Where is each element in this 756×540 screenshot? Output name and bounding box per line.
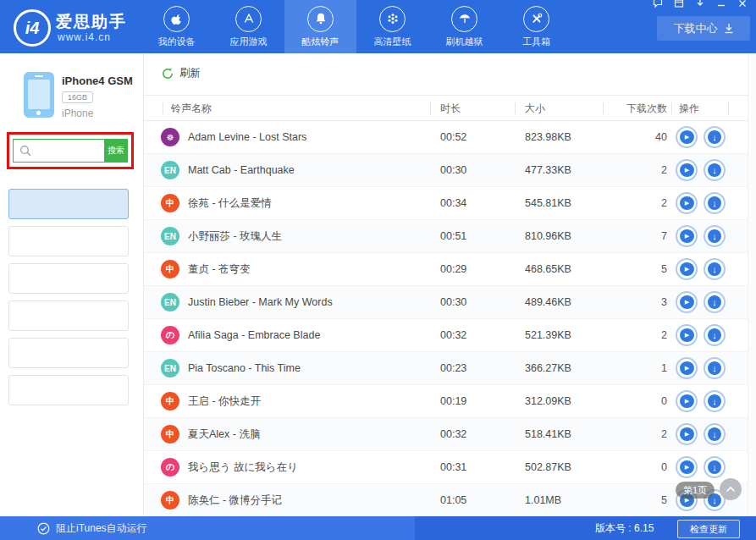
wallpaper-icon [379, 6, 406, 32]
block-itunes-label: 阻止iTunes自动运行 [56, 521, 147, 536]
ringtone-row[interactable]: 中 徐苑 - 什么是爱情 00:34 545.81KB 2 ▶ ↓ [144, 187, 756, 220]
nav-item-wallpaper[interactable]: 高清壁纸 [356, 0, 428, 53]
ringtone-row[interactable]: EN Pia Toscano - This Time 00:23 366.27K… [144, 352, 756, 385]
device-phone-icon [24, 72, 54, 118]
app-url: www.i4.cn [58, 31, 111, 43]
close-icon[interactable] [737, 0, 748, 8]
download-center-label: 下载中心 [674, 21, 718, 36]
ringtone-download-count: 1 [601, 352, 667, 385]
ringtone-size: 312.09KB [525, 385, 571, 418]
ringtone-row[interactable]: 中 陈奂仁 - 微博分手记 01:05 1.01MB 5 ▶ ↓ [144, 484, 756, 517]
search-input[interactable] [13, 139, 104, 163]
ringtone-row[interactable]: EN Justin Bieber - Mark My Words 00:30 4… [144, 286, 756, 319]
play-icon: ▶ [680, 361, 694, 375]
play-button[interactable]: ▶ [676, 423, 698, 445]
ringtone-name: 小野丽莎 - 玫瑰人生 [188, 220, 282, 253]
cn-badge: 中 [161, 194, 179, 212]
download-ringtone-button[interactable]: ↓ [704, 258, 726, 280]
search-button[interactable]: 搜索 [104, 139, 128, 163]
filter-button-0[interactable] [8, 189, 129, 219]
ringtone-row[interactable]: ☸ Adam Levine - Lost Stars 00:52 823.98K… [144, 121, 756, 154]
ringtone-name: Matt Cab - Earthquake [188, 154, 295, 187]
nav-item-appstore[interactable]: 应用游戏 [212, 0, 284, 53]
ringtone-name: Afilia Saga - Embrace Blade [188, 319, 320, 352]
download-ringtone-button[interactable]: ↓ [704, 423, 726, 445]
nav-item-toolbox[interactable]: 工具箱 [500, 0, 572, 53]
minimize-icon[interactable] [715, 0, 726, 8]
dropdown-arrow-icon[interactable] [694, 0, 705, 8]
play-button[interactable]: ▶ [676, 357, 698, 379]
ringtone-name: Adam Levine - Lost Stars [188, 121, 306, 154]
filter-button-3[interactable] [8, 300, 129, 331]
ringtone-row[interactable]: EN Matt Cab - Earthquake 00:30 477.33KB … [144, 154, 756, 187]
ringtone-row[interactable]: 中 王启 - 你快走开 00:19 312.09KB 0 ▶ ↓ [144, 385, 756, 418]
download-ringtone-button[interactable]: ↓ [704, 225, 726, 247]
play-icon: ▶ [680, 328, 694, 342]
ringtone-download-count: 2 [601, 319, 667, 352]
filter-button-1[interactable] [8, 226, 129, 256]
play-button[interactable]: ▶ [676, 291, 698, 313]
ringtone-row[interactable]: 中 董贞 - 苍穹变 00:29 468.65KB 5 ▶ ↓ [144, 253, 756, 286]
filter-button-5[interactable] [8, 375, 129, 405]
en-badge: EN [161, 293, 179, 311]
download-arrow-icon: ↓ [708, 262, 721, 276]
download-ringtone-button[interactable]: ↓ [704, 192, 726, 214]
ringtone-row[interactable]: の 我ら思う 故に我ら在り 00:31 502.87KB 0 ▶ ↓ [144, 451, 756, 484]
app-logo-icon: i4 [14, 9, 51, 47]
skin-icon[interactable] [673, 0, 684, 8]
check-update-button[interactable]: 检查更新 [677, 520, 740, 538]
ringtone-row[interactable]: の Afilia Saga - Embrace Blade 00:32 521.… [144, 319, 756, 352]
ringtone-row[interactable]: 中 夏天Alex - 洗脑 00:32 518.41KB 2 ▶ ↓ [144, 418, 756, 451]
ringtone-download-count: 0 [601, 451, 667, 484]
block-itunes-toggle[interactable]: 阻止iTunes自动运行 [37, 516, 147, 540]
nav-item-label: 我的设备 [158, 36, 196, 48]
ringtone-row[interactable]: EN 小野丽莎 - 玫瑰人生 00:51 810.96KB 7 ▶ ↓ [144, 220, 756, 253]
ringtone-download-count: 3 [601, 286, 667, 319]
ringtone-duration: 00:32 [440, 319, 466, 352]
play-button[interactable]: ▶ [676, 456, 698, 478]
column-downloads: 下载次数 [601, 96, 667, 121]
download-ringtone-button[interactable]: ↓ [704, 324, 726, 346]
message-icon[interactable] [652, 0, 663, 8]
app-window: i4 爱思助手 www.i4.cn 我的设备 应用游戏 酷炫铃声 高清壁纸 刷机… [0, 0, 756, 540]
nav-item-apple[interactable]: 我的设备 [141, 0, 212, 53]
play-button[interactable]: ▶ [676, 192, 698, 214]
cn-badge: 中 [161, 260, 179, 278]
nav-item-bell[interactable]: 酷炫铃声 [284, 0, 356, 53]
download-arrow-icon: ↓ [708, 196, 721, 210]
reel-badge: ☸ [161, 128, 179, 146]
status-bar: 阻止iTunes自动运行 版本号 : 6.15 检查更新 [0, 516, 756, 540]
nav-item-jailbreak[interactable]: 刷机越狱 [428, 0, 500, 53]
scrollbar[interactable] [748, 53, 756, 516]
filter-button-2[interactable] [8, 263, 129, 294]
page-indicator: 第1页 [676, 482, 715, 499]
download-center-button[interactable]: 下载中心 [657, 16, 750, 41]
play-button[interactable]: ▶ [676, 324, 698, 346]
ringtone-duration: 00:31 [440, 451, 466, 484]
ringtone-download-count: 40 [601, 121, 667, 154]
jp-badge: の [161, 458, 179, 477]
sidebar: iPhone4 GSM 16GB iPhone 搜索 [0, 53, 144, 516]
download-arrow-icon: ↓ [708, 295, 721, 309]
download-ringtone-button[interactable]: ↓ [704, 126, 726, 148]
ringtone-name: 董贞 - 苍穹变 [188, 253, 251, 286]
play-button[interactable]: ▶ [676, 258, 698, 280]
play-button[interactable]: ▶ [676, 390, 698, 412]
play-button[interactable]: ▶ [676, 126, 698, 148]
download-ringtone-button[interactable]: ↓ [704, 357, 726, 379]
download-ringtone-button[interactable]: ↓ [704, 159, 726, 181]
play-button[interactable]: ▶ [676, 159, 698, 181]
filter-button-4[interactable] [8, 338, 129, 368]
ringtone-name: 徐苑 - 什么是爱情 [188, 187, 272, 220]
back-to-top-button[interactable] [720, 478, 742, 500]
download-ringtone-button[interactable]: ↓ [704, 456, 726, 478]
download-ringtone-button[interactable]: ↓ [704, 291, 726, 313]
ringtone-download-count: 2 [601, 154, 667, 187]
refresh-button[interactable]: 刷新 [161, 66, 201, 80]
version-label: 版本号 : 6.15 [595, 516, 654, 540]
ringtone-duration: 00:52 [440, 121, 466, 154]
download-ringtone-button[interactable]: ↓ [704, 390, 726, 412]
play-button[interactable]: ▶ [676, 225, 698, 247]
ringtone-name: 陈奂仁 - 微博分手记 [188, 484, 282, 517]
ringtone-download-count: 5 [601, 253, 667, 286]
